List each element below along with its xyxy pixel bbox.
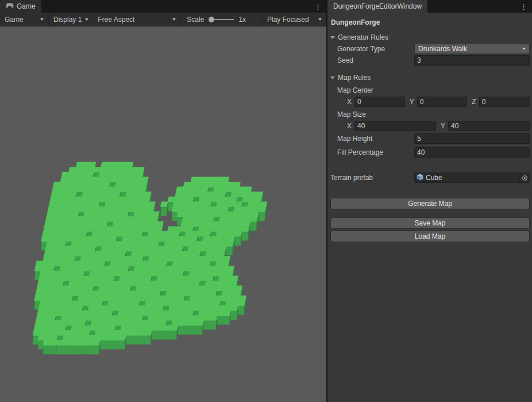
map-height-label: Map Height xyxy=(337,135,414,143)
map-size-fields: X Y xyxy=(327,121,532,131)
game-tab-label: Game xyxy=(17,2,36,10)
map-height-field[interactable] xyxy=(414,133,530,144)
terrain-canvas[interactable] xyxy=(0,26,326,402)
dungeonforge-title: DungeonForge xyxy=(327,15,532,28)
chevron-down-icon xyxy=(522,48,526,50)
game-toolbar: Game Display 1 Free Aspect Scale 1x xyxy=(0,13,326,26)
cube-icon xyxy=(417,174,423,182)
map-size-y-field[interactable] xyxy=(448,121,530,131)
map-center-y-field[interactable] xyxy=(417,97,468,107)
dungeonforge-panel: DungeonForgeEditorWindow ⋮ DungeonForge … xyxy=(326,0,532,402)
chevron-down-icon xyxy=(85,18,88,21)
seed-field[interactable] xyxy=(414,55,530,66)
generator-type-value: Drunkards Walk xyxy=(418,45,467,53)
aspect-dropdown[interactable]: Free Aspect xyxy=(93,13,180,26)
dungeonforge-tabbar: DungeonForgeEditorWindow ⋮ xyxy=(327,0,532,13)
axis-y-label: Y xyxy=(441,122,445,130)
game-viewport[interactable] xyxy=(0,26,326,402)
generator-rules-label: Generator Rules xyxy=(338,33,388,41)
slider-knob[interactable] xyxy=(209,17,214,22)
axis-y-label: Y xyxy=(410,98,414,106)
chevron-down-icon xyxy=(40,18,44,21)
map-rules-label: Map Rules xyxy=(338,74,371,82)
map-size-x-field[interactable] xyxy=(354,121,436,131)
map-size-label: Map Size xyxy=(337,110,414,118)
chevron-down-icon xyxy=(172,18,176,21)
foldout-arrow-icon xyxy=(330,36,335,39)
tab-dungeonforge-editor-window[interactable]: DungeonForgeEditorWindow xyxy=(327,0,427,13)
seed-label: Seed xyxy=(337,56,414,64)
dungeonforge-tab-label: DungeonForgeEditorWindow xyxy=(333,2,422,10)
scale-label: Scale xyxy=(187,16,204,24)
display-dropdown[interactable]: Display 1 xyxy=(49,13,93,26)
object-picker-icon xyxy=(522,175,527,181)
terrain-prefab-value: Cube xyxy=(426,174,517,182)
map-center-x-field[interactable] xyxy=(354,97,405,107)
dungeonforge-inspector: DungeonForge Generator Rules Generator T… xyxy=(327,13,532,402)
load-map-button[interactable]: Load Map xyxy=(330,231,530,242)
aspect-dropdown-label: Free Aspect xyxy=(98,16,134,24)
foldout-arrow-icon xyxy=(330,76,335,79)
save-map-button[interactable]: Save Map xyxy=(330,217,530,229)
game-panel-tabbar: Game ⋮ xyxy=(0,0,326,13)
generator-type-dropdown[interactable]: Drunkards Walk xyxy=(414,44,530,54)
game-panel: Game ⋮ Game Display 1 Free Aspect Scale xyxy=(0,0,326,402)
axis-z-label: Z xyxy=(472,98,476,106)
terrain-prefab-field[interactable]: Cube xyxy=(414,173,530,183)
display-dropdown-label: Display 1 xyxy=(53,16,82,24)
fill-percentage-label: Fill Percentage xyxy=(337,148,414,156)
gamepad-icon xyxy=(6,2,14,10)
terrain-prefab-label: Terrain prefab xyxy=(330,174,414,182)
fill-percentage-field[interactable] xyxy=(414,147,530,158)
dungeonforge-panel-menu-icon[interactable]: ⋮ xyxy=(515,0,532,13)
unity-editor: Game ⋮ Game Display 1 Free Aspect Scale xyxy=(0,0,532,402)
map-rules-foldout[interactable]: Map Rules xyxy=(327,72,532,83)
generator-type-label: Generator Type xyxy=(337,45,414,53)
object-picker-button[interactable] xyxy=(519,173,529,182)
play-focused-dropdown[interactable]: Play Focused xyxy=(262,13,326,26)
map-center-label: Map Center xyxy=(337,86,414,94)
scale-value: 1x xyxy=(238,16,246,24)
scale-control: Scale 1x xyxy=(181,16,252,24)
play-focused-label: Play Focused xyxy=(267,16,309,24)
game-view-dropdown[interactable]: Game xyxy=(0,13,48,26)
axis-x-label: X xyxy=(347,122,352,130)
generate-map-button[interactable]: Generate Map xyxy=(330,198,530,209)
game-view-dropdown-label: Game xyxy=(5,16,24,24)
tab-game[interactable]: Game xyxy=(0,0,41,13)
generator-rules-foldout[interactable]: Generator Rules xyxy=(327,32,532,43)
chevron-down-icon xyxy=(318,18,322,21)
scale-slider[interactable] xyxy=(209,16,234,23)
map-center-fields: X Y Z xyxy=(327,97,532,107)
game-panel-menu-icon[interactable]: ⋮ xyxy=(310,0,326,13)
axis-x-label: X xyxy=(347,98,352,106)
map-center-z-field[interactable] xyxy=(479,97,530,107)
